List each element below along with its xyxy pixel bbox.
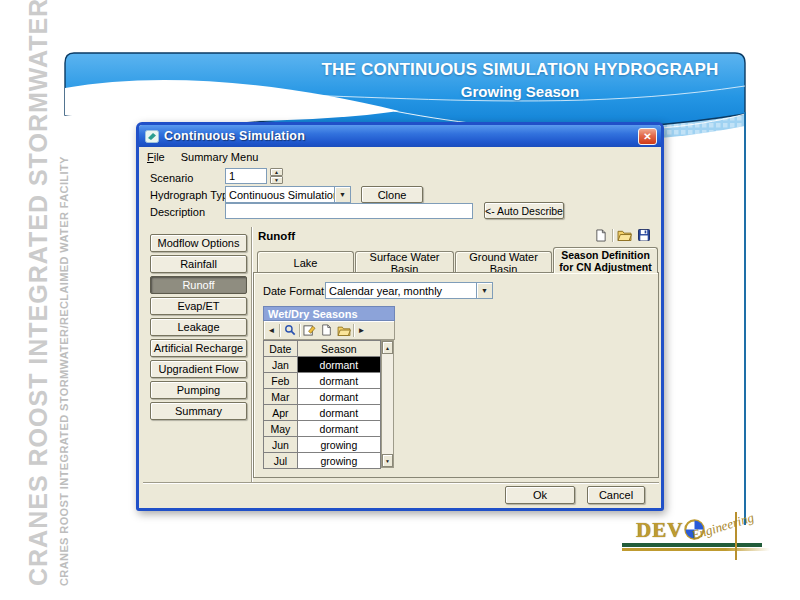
spinner-up-icon[interactable]: ▲ <box>270 168 283 176</box>
row-header-cell[interactable]: Feb <box>264 373 298 389</box>
divider <box>612 229 613 242</box>
row-header-cell[interactable]: Mar <box>264 389 298 405</box>
slide: CRANES ROOST INTEGRATED STORMWATER CRANE… <box>0 0 800 600</box>
date-format-value: Calendar year, monthly <box>326 285 476 297</box>
new-record-icon[interactable] <box>319 323 334 337</box>
sidebar-item-runoff[interactable]: Runoff <box>150 276 247 294</box>
divider <box>353 324 354 337</box>
logo-wordmark: DEV <box>636 518 683 543</box>
table-row: Maydormant <box>264 421 381 437</box>
seasons-table: Date Season Jandormant Febdormant Mardor… <box>263 340 381 469</box>
zoom-icon[interactable] <box>282 323 297 337</box>
new-file-icon[interactable] <box>593 228 608 242</box>
row-header-cell[interactable]: Apr <box>264 405 298 421</box>
divider <box>279 324 280 337</box>
season-cell[interactable]: dormant <box>298 389 381 405</box>
auto-describe-button[interactable]: <- Auto Describe <box>484 202 564 219</box>
table-row: Julgrowing <box>264 453 381 469</box>
season-cell[interactable]: growing <box>298 437 381 453</box>
season-cell[interactable]: dormant <box>298 405 381 421</box>
wet-dry-seasons-header: Wet/Dry Seasons <box>263 306 395 321</box>
table-row: Mardormant <box>264 389 381 405</box>
sidebar-item-artificial-recharge[interactable]: Artificial Recharge <box>150 339 247 357</box>
watermark-large: CRANES ROOST INTEGRATED STORMWATER <box>24 38 53 586</box>
logo-green-bar <box>622 543 762 547</box>
devo-engineering-logo: DEV Engineering <box>622 512 772 567</box>
sidebar-item-pumping[interactable]: Pumping <box>150 381 247 399</box>
sidebar-item-evap-et[interactable]: Evap/ET <box>150 297 247 315</box>
window-title: Continuous Simulation <box>164 129 638 143</box>
cancel-button[interactable]: Cancel <box>587 486 645 504</box>
column-header-date: Date <box>264 341 298 357</box>
season-cell[interactable]: dormant <box>298 421 381 437</box>
chevron-down-icon[interactable]: ▼ <box>334 187 350 202</box>
panel-title: Runoff <box>258 230 295 242</box>
table-row: Jungrowing <box>264 437 381 453</box>
window-titlebar[interactable]: Continuous Simulation ✕ <box>139 125 661 147</box>
tab-ground-water-basin[interactable]: Ground Water Basin <box>455 251 552 273</box>
chevron-down-icon[interactable]: ▼ <box>476 283 492 298</box>
date-format-label: Date Format <box>263 285 324 297</box>
description-label: Description <box>150 206 205 218</box>
season-cell-selected[interactable]: dormant <box>298 357 381 373</box>
table-row: Jandormant <box>264 357 381 373</box>
next-record-icon[interactable]: ► <box>356 326 367 335</box>
scenario-input[interactable] <box>225 168 267 184</box>
sidebar-item-upgradient-flow[interactable]: Upgradient Flow <box>150 360 247 378</box>
edit-record-icon[interactable] <box>302 323 317 337</box>
sidebar-item-summary[interactable]: Summary <box>150 402 247 420</box>
scenario-label: Scenario <box>150 172 193 184</box>
divider <box>143 482 659 484</box>
season-cell[interactable]: dormant <box>298 373 381 389</box>
hydrograph-type-value: Continuous Simulation <box>226 189 334 201</box>
close-icon[interactable]: ✕ <box>638 128 657 145</box>
row-header-cell[interactable]: May <box>264 421 298 437</box>
prev-record-icon[interactable]: ◄ <box>266 326 277 335</box>
description-input[interactable] <box>225 203 473 219</box>
row-header-cell[interactable]: Jan <box>264 357 298 373</box>
hydrograph-type-select[interactable]: Continuous Simulation ▼ <box>225 186 351 203</box>
clone-button[interactable]: Clone <box>361 186 423 203</box>
table-row: Aprdormant <box>264 405 381 421</box>
menu-file[interactable]: File <box>141 150 171 164</box>
column-header-season: Season <box>298 341 381 357</box>
tab-season-definition[interactable]: Season Definition for CN Adjustment <box>553 247 658 273</box>
table-row: Febdormant <box>264 373 381 389</box>
sidebar-item-modflow-options[interactable]: Modflow Options <box>150 234 247 252</box>
row-header-cell[interactable]: Jul <box>264 453 298 469</box>
scrollbar[interactable]: ▲ ▼ <box>381 340 394 468</box>
save-icon[interactable] <box>636 228 651 242</box>
logo-gold-bar <box>622 548 770 551</box>
hydrograph-type-label: Hydrograph Type <box>150 189 234 201</box>
tab-surface-water-basin[interactable]: Surface Water Basin <box>355 251 454 273</box>
continuous-simulation-window: Continuous Simulation ✕ File Summary Men… <box>136 122 664 511</box>
scroll-up-icon[interactable]: ▲ <box>382 341 393 354</box>
row-header-cell[interactable]: Jun <box>264 437 298 453</box>
tab-lake[interactable]: Lake <box>257 251 354 273</box>
decor-vertical-line <box>744 112 746 525</box>
scenario-spinner: ▲ ▼ <box>270 168 283 184</box>
open-record-icon[interactable] <box>336 323 351 337</box>
date-format-select[interactable]: Calendar year, monthly ▼ <box>325 282 493 299</box>
spinner-down-icon[interactable]: ▼ <box>270 176 283 184</box>
divider <box>299 324 300 337</box>
table-header-row: Date Season <box>264 341 381 357</box>
scroll-down-icon[interactable]: ▼ <box>382 454 393 467</box>
app-icon <box>145 130 159 143</box>
panel-toolbar <box>593 228 651 242</box>
sidebar-item-rainfall[interactable]: Rainfall <box>150 255 247 273</box>
menu-summary-menu[interactable]: Summary Menu <box>175 150 265 164</box>
sidebar-item-leakage[interactable]: Leakage <box>150 318 247 336</box>
open-folder-icon[interactable] <box>617 228 632 242</box>
season-cell[interactable]: growing <box>298 453 381 469</box>
wet-dry-seasons-box: Wet/Dry Seasons ◄ ► <box>263 306 395 469</box>
menubar: File Summary Menu <box>141 149 264 165</box>
seasons-toolbar: ◄ ► <box>263 321 395 340</box>
ok-button[interactable]: Ok <box>505 486 575 504</box>
